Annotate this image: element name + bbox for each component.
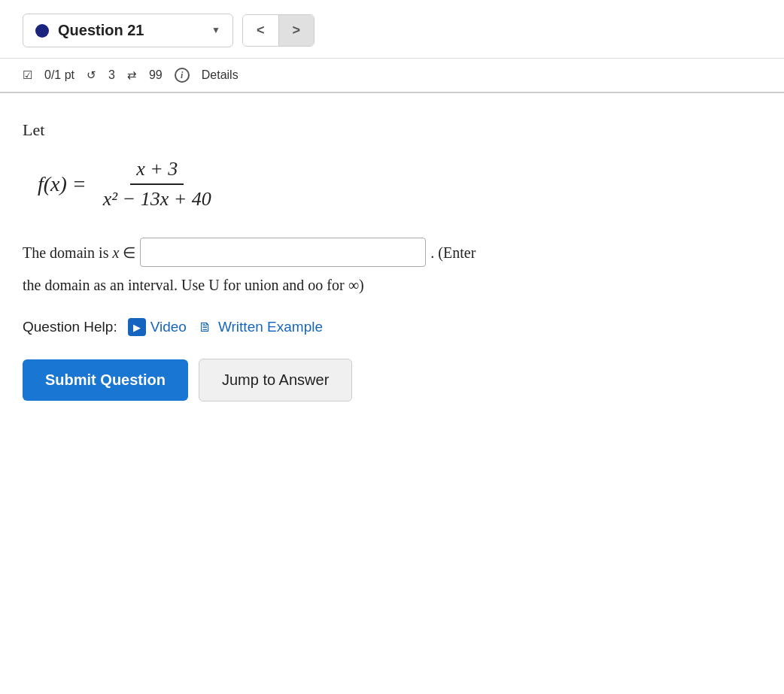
written-link-label: Written Example (218, 319, 323, 335)
question-dot (35, 24, 49, 38)
let-text: Let (23, 120, 761, 140)
meta-bar: ☑ 0/1 pt ↺ 3 ⇄ 99 i Details (0, 59, 784, 93)
dropdown-arrow-icon: ▼ (211, 25, 220, 36)
prev-button[interactable]: < (243, 15, 279, 46)
doc-icon: 🗎 (197, 319, 214, 335)
score-text: 0/1 pt (44, 68, 74, 82)
domain-input[interactable] (140, 238, 426, 267)
details-label: Details (202, 68, 239, 82)
formula-block: f(x) = x + 3 x² − 13x + 40 (38, 158, 761, 211)
denominator: x² − 13x + 40 (97, 185, 217, 211)
domain-line: The domain is x ∈ . (Enter (23, 238, 761, 267)
video-link-label: Video (150, 319, 187, 335)
help-label: Question Help: (23, 319, 117, 335)
retry-count: 3 (108, 68, 115, 82)
next-button[interactable]: > (279, 15, 315, 46)
question-selector[interactable]: Question 21 ▼ (23, 14, 233, 47)
video-icon: ▶ (128, 318, 146, 336)
fraction: x + 3 x² − 13x + 40 (97, 158, 217, 211)
info-icon[interactable]: i (175, 68, 190, 83)
question-label: Question 21 (58, 22, 202, 39)
domain-hint: the domain as an interval. Use U for uni… (23, 273, 761, 297)
video-link[interactable]: ▶ Video (128, 318, 187, 336)
top-bar: Question 21 ▼ < > (0, 0, 784, 59)
score-check-icon: ☑ (23, 68, 32, 82)
fx-equals: f(x) = x + 3 x² − 13x + 40 (38, 158, 761, 211)
fx-label: f(x) = (38, 172, 87, 196)
action-buttons: Submit Question Jump to Answer (23, 359, 761, 402)
question-help: Question Help: ▶ Video 🗎 Written Example (23, 318, 761, 336)
written-example-link[interactable]: 🗎 Written Example (197, 319, 323, 335)
retry-icon: ↺ (87, 68, 96, 82)
numerator: x + 3 (130, 158, 184, 185)
domain-prefix: The domain is x ∈ (23, 241, 135, 265)
content-area: Let f(x) = x + 3 x² − 13x + 40 The domai… (0, 93, 784, 424)
submit-button[interactable]: Submit Question (23, 359, 188, 401)
domain-suffix: . (Enter (430, 241, 476, 265)
jump-to-answer-button[interactable]: Jump to Answer (199, 359, 352, 402)
attempt-icon: ⇄ (127, 68, 137, 82)
nav-buttons: < > (242, 14, 315, 47)
attempt-count: 99 (149, 68, 163, 82)
